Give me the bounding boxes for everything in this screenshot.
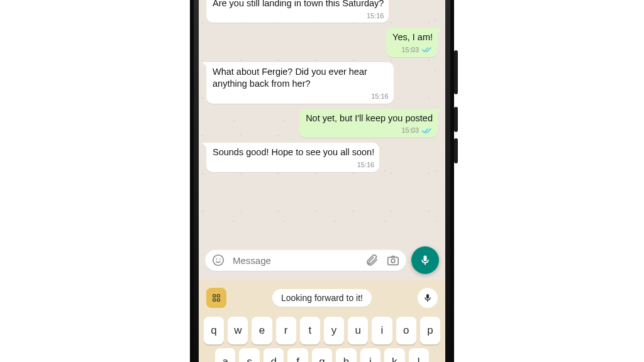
message-meta: 15:16 [213, 160, 374, 170]
phone-volume-up [454, 107, 458, 132]
key-a[interactable]: a [215, 348, 235, 362]
send-voice-button[interactable] [411, 246, 439, 274]
key-l[interactable]: l [409, 348, 429, 362]
message-row[interactable]: Sounds good! Hope to see you all soon! 1… [206, 143, 438, 172]
key-o[interactable]: o [396, 317, 416, 344]
svg-point-4 [391, 259, 395, 263]
svg-rect-5 [213, 295, 216, 297]
message-row[interactable]: Not yet, but I'll keep you posted 15:03 [206, 109, 438, 138]
message-meta: 15:16 [213, 92, 389, 101]
double-check-read-icon [421, 46, 433, 53]
attachment-icon[interactable] [365, 253, 379, 267]
message-time: 15:16 [357, 160, 375, 170]
message-bubble-incoming: Are you still landing in town this Satur… [206, 0, 389, 23]
keyboard-menu-button[interactable] [206, 288, 226, 308]
message-row[interactable]: Are you still landing in town this Satur… [206, 0, 438, 23]
message-row[interactable]: Yes, I am! 15:03 [206, 28, 438, 57]
message-text: Are you still landing in town this Satur… [213, 0, 384, 8]
keyboard-voice-button[interactable] [418, 288, 438, 308]
key-g[interactable]: g [312, 348, 332, 362]
message-text: Not yet, but I'll keep you posted [306, 113, 433, 123]
svg-point-2 [219, 258, 221, 260]
message-bubble-incoming: Sounds good! Hope to see you all soon! 1… [206, 143, 379, 172]
key-d[interactable]: d [264, 348, 284, 362]
key-y[interactable]: y [324, 317, 344, 344]
phone-power-button [454, 50, 458, 94]
key-p[interactable]: p [420, 317, 440, 344]
svg-rect-8 [217, 299, 219, 301]
message-time: 15:03 [401, 45, 419, 55]
svg-rect-7 [213, 299, 216, 301]
compose-bar [199, 241, 445, 280]
key-q[interactable]: q [204, 317, 224, 344]
key-u[interactable]: u [348, 317, 368, 344]
message-bubble-outgoing: Not yet, but I'll keep you posted 15:03 [299, 109, 438, 138]
message-bubble-outgoing: Yes, I am! 15:03 [386, 28, 438, 57]
emoji-icon[interactable] [211, 253, 225, 267]
phone-volume-down [454, 138, 458, 163]
compose-trailing [365, 253, 400, 267]
keyboard-row-2: a s d f g h j k l [204, 348, 440, 362]
svg-rect-6 [217, 295, 219, 297]
phone-screen: Are you still landing in town this Satur… [199, 0, 445, 362]
key-i[interactable]: i [372, 317, 392, 344]
suggestion-container: Looking forward to it! [233, 289, 411, 307]
key-h[interactable]: h [336, 348, 356, 362]
message-time: 15:03 [401, 126, 419, 135]
key-t[interactable]: t [300, 317, 320, 344]
svg-point-1 [216, 258, 217, 260]
suggestion-chip[interactable]: Looking forward to it! [272, 289, 372, 307]
message-bubble-incoming: What about Fergie? Did you ever hear any… [206, 62, 394, 104]
message-text: What about Fergie? Did you ever hear any… [213, 67, 367, 89]
key-k[interactable]: k [384, 348, 404, 362]
key-w[interactable]: w [228, 317, 248, 344]
message-text: Sounds good! Hope to see you all soon! [213, 147, 374, 157]
camera-icon[interactable] [386, 253, 400, 267]
key-j[interactable]: j [360, 348, 380, 362]
key-f[interactable]: f [287, 348, 308, 362]
message-row[interactable]: What about Fergie? Did you ever hear any… [206, 62, 438, 104]
svg-point-0 [213, 255, 224, 266]
message-time: 15:16 [371, 92, 389, 101]
key-r[interactable]: r [276, 317, 296, 344]
keyboard-suggestion-row: Looking forward to it! [204, 285, 440, 313]
phone-frame: Are you still landing in town this Satur… [190, 0, 454, 362]
message-text: Yes, I am! [392, 32, 433, 42]
soft-keyboard: Looking forward to it! q w e r t y u i o [199, 280, 445, 362]
stage: Are you still landing in town this Satur… [0, 0, 644, 362]
message-time: 15:16 [367, 11, 384, 21]
message-meta: 15:03 [392, 45, 433, 55]
message-meta: 15:03 [306, 126, 433, 135]
key-s[interactable]: s [239, 348, 259, 362]
message-input[interactable] [231, 255, 358, 266]
chat-thread[interactable]: Are you still landing in town this Satur… [199, 0, 445, 241]
key-e[interactable]: e [252, 317, 272, 344]
double-check-read-icon [421, 127, 433, 134]
compose-field[interactable] [205, 250, 406, 271]
message-meta: 15:16 [213, 11, 384, 21]
keyboard-row-1: q w e r t y u i o p [204, 317, 440, 344]
